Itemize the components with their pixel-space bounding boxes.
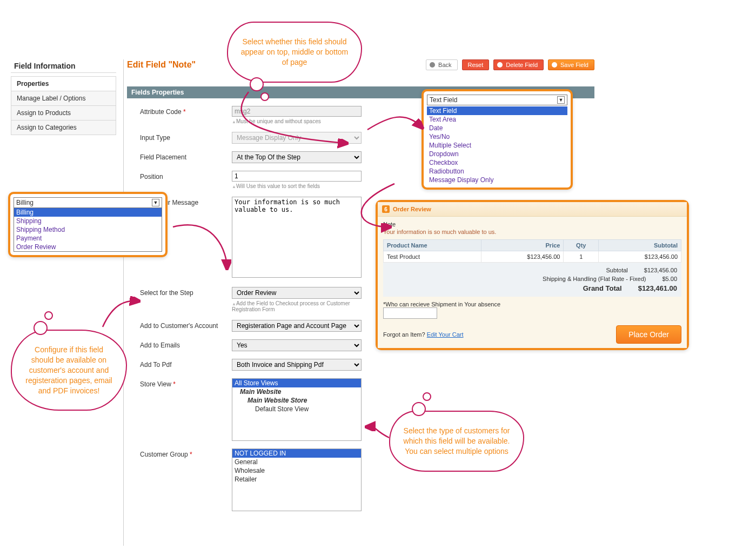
annotation-arrows	[0, 0, 756, 546]
